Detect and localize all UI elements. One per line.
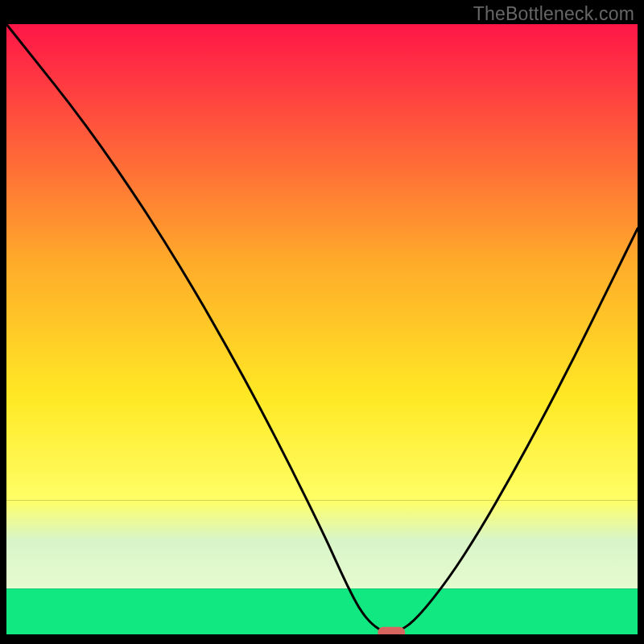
chart-frame xyxy=(6,24,638,634)
gradient-background xyxy=(6,24,638,500)
green-band xyxy=(6,588,638,634)
optimal-marker xyxy=(378,627,405,634)
attribution-text: TheBottleneck.com xyxy=(473,3,634,25)
bottleneck-chart xyxy=(6,24,638,634)
pale-band xyxy=(6,500,638,588)
